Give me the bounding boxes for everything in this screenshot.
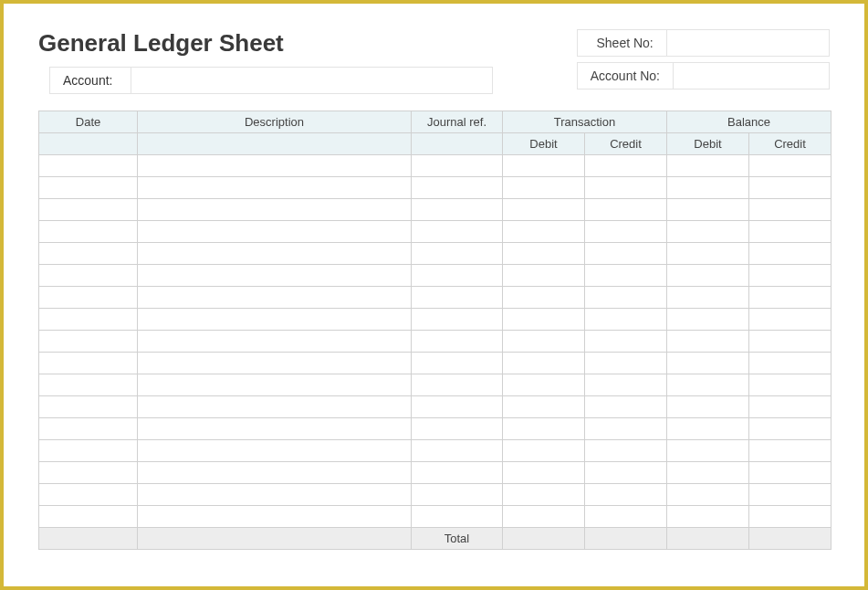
cell-description[interactable] [138,331,412,353]
cell-transaction-credit[interactable] [585,396,667,418]
cell-journal-ref[interactable] [412,177,503,199]
cell-date[interactable] [39,331,138,353]
cell-date[interactable] [39,418,138,440]
cell-journal-ref[interactable] [412,265,503,287]
cell-balance-credit[interactable] [749,155,831,177]
cell-balance-debit[interactable] [667,506,749,528]
cell-transaction-debit[interactable] [503,155,585,177]
cell-transaction-debit[interactable] [503,243,585,265]
cell-transaction-debit[interactable] [503,199,585,221]
cell-balance-debit[interactable] [667,462,749,484]
cell-description[interactable] [138,396,412,418]
cell-description[interactable] [138,309,412,331]
cell-description[interactable] [138,243,412,265]
account-input[interactable] [131,68,492,93]
cell-description[interactable] [138,199,412,221]
cell-transaction-debit[interactable] [503,396,585,418]
cell-balance-credit[interactable] [749,309,831,331]
cell-transaction-debit[interactable] [503,221,585,243]
cell-date[interactable] [39,155,138,177]
cell-balance-debit[interactable] [667,221,749,243]
cell-balance-debit[interactable] [667,309,749,331]
cell-journal-ref[interactable] [412,374,503,396]
cell-balance-credit[interactable] [749,331,831,353]
cell-balance-credit[interactable] [749,287,831,309]
cell-description[interactable] [138,155,412,177]
cell-date[interactable] [39,265,138,287]
cell-description[interactable] [138,374,412,396]
cell-balance-debit[interactable] [667,353,749,374]
cell-journal-ref[interactable] [412,484,503,506]
cell-transaction-credit[interactable] [585,462,667,484]
cell-description[interactable] [138,287,412,309]
cell-journal-ref[interactable] [412,221,503,243]
cell-balance-debit[interactable] [667,440,749,462]
cell-transaction-debit[interactable] [503,506,585,528]
cell-date[interactable] [39,199,138,221]
cell-balance-credit[interactable] [749,440,831,462]
cell-balance-debit[interactable] [667,243,749,265]
cell-transaction-debit[interactable] [503,374,585,396]
cell-transaction-credit[interactable] [585,484,667,506]
cell-date[interactable] [39,462,138,484]
cell-balance-credit[interactable] [749,221,831,243]
cell-journal-ref[interactable] [412,440,503,462]
cell-transaction-credit[interactable] [585,221,667,243]
cell-date[interactable] [39,243,138,265]
cell-transaction-debit[interactable] [503,287,585,309]
cell-date[interactable] [39,440,138,462]
cell-balance-debit[interactable] [667,155,749,177]
cell-date[interactable] [39,396,138,418]
cell-transaction-credit[interactable] [585,374,667,396]
cell-transaction-debit[interactable] [503,309,585,331]
cell-balance-credit[interactable] [749,396,831,418]
cell-balance-credit[interactable] [749,484,831,506]
cell-balance-credit[interactable] [749,265,831,287]
cell-journal-ref[interactable] [412,396,503,418]
cell-balance-credit[interactable] [749,353,831,374]
cell-date[interactable] [39,309,138,331]
cell-balance-debit[interactable] [667,418,749,440]
cell-journal-ref[interactable] [412,243,503,265]
cell-transaction-debit[interactable] [503,331,585,353]
cell-transaction-credit[interactable] [585,506,667,528]
cell-transaction-credit[interactable] [585,199,667,221]
cell-description[interactable] [138,440,412,462]
cell-journal-ref[interactable] [412,287,503,309]
cell-balance-credit[interactable] [749,506,831,528]
cell-description[interactable] [138,462,412,484]
sheet-no-input[interactable] [667,30,822,56]
cell-journal-ref[interactable] [412,309,503,331]
cell-transaction-credit[interactable] [585,331,667,353]
cell-transaction-credit[interactable] [585,418,667,440]
cell-transaction-debit[interactable] [503,462,585,484]
cell-transaction-credit[interactable] [585,287,667,309]
cell-description[interactable] [138,418,412,440]
cell-date[interactable] [39,221,138,243]
cell-journal-ref[interactable] [412,418,503,440]
cell-description[interactable] [138,177,412,199]
cell-transaction-debit[interactable] [503,418,585,440]
cell-balance-debit[interactable] [667,265,749,287]
cell-date[interactable] [39,177,138,199]
cell-balance-credit[interactable] [749,462,831,484]
cell-transaction-credit[interactable] [585,243,667,265]
cell-balance-debit[interactable] [667,331,749,353]
cell-transaction-credit[interactable] [585,309,667,331]
cell-transaction-debit[interactable] [503,484,585,506]
cell-transaction-credit[interactable] [585,177,667,199]
cell-balance-credit[interactable] [749,418,831,440]
cell-date[interactable] [39,506,138,528]
cell-balance-credit[interactable] [749,199,831,221]
cell-balance-debit[interactable] [667,287,749,309]
cell-journal-ref[interactable] [412,155,503,177]
cell-date[interactable] [39,484,138,506]
cell-description[interactable] [138,484,412,506]
cell-description[interactable] [138,506,412,528]
cell-balance-debit[interactable] [667,374,749,396]
cell-transaction-credit[interactable] [585,440,667,462]
cell-journal-ref[interactable] [412,331,503,353]
cell-description[interactable] [138,265,412,287]
cell-date[interactable] [39,353,138,374]
cell-transaction-credit[interactable] [585,155,667,177]
